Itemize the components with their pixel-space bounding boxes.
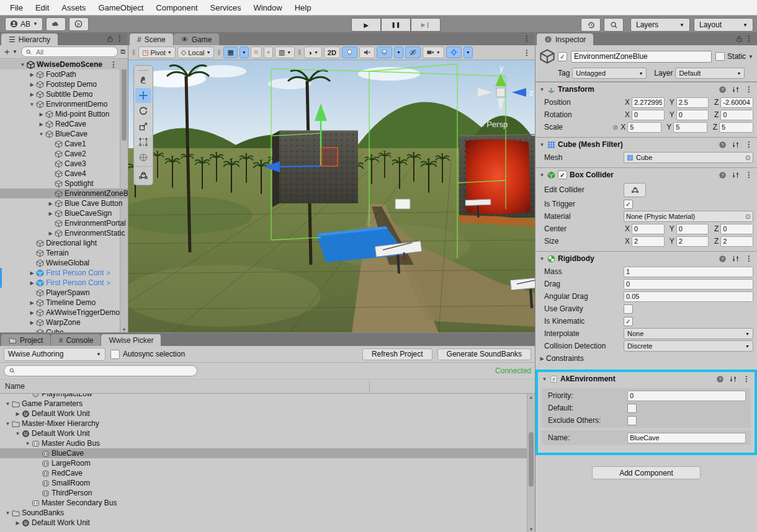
menu-edit[interactable]: Edit xyxy=(29,3,55,12)
tree-row[interactable]: ▶Timeline Demo xyxy=(0,298,128,308)
tree-row[interactable]: ▶FootPath xyxy=(0,69,128,79)
menu-services[interactable]: Services xyxy=(204,3,248,12)
constraints-foldout[interactable]: ▶ xyxy=(538,356,546,361)
presets-icon[interactable] xyxy=(732,255,740,263)
expand-arrow-icon[interactable]: ▶ xyxy=(14,411,22,417)
expand-arrow-icon[interactable]: ▼ xyxy=(37,131,45,137)
expand-arrow-icon[interactable]: ▶ xyxy=(28,320,36,326)
column-divider[interactable] xyxy=(369,381,370,392)
transform-tool[interactable] xyxy=(135,150,151,165)
tree-row[interactable]: ▶EnvironmentStatic xyxy=(0,228,128,238)
tree-row[interactable]: ▶First Person Cont> xyxy=(0,268,128,278)
default-checkbox[interactable] xyxy=(627,404,637,413)
size-y-field[interactable] xyxy=(676,236,709,247)
scrollbar-thumb[interactable] xyxy=(529,432,534,487)
expand-arrow-icon[interactable]: ▼ xyxy=(4,401,12,407)
tree-row[interactable]: PlayerSpawn xyxy=(0,288,128,298)
object-picker-icon[interactable]: ⊙ xyxy=(745,213,751,221)
scene-audio-toggle[interactable] xyxy=(359,47,375,58)
grid-visibility-toggle[interactable]: ▦ xyxy=(223,47,237,58)
expand-arrow-icon[interactable]: ▶ xyxy=(28,280,36,286)
help-icon[interactable] xyxy=(719,141,727,149)
tab-console[interactable]: ≡Console xyxy=(51,334,101,346)
position-z-field[interactable] xyxy=(720,97,753,108)
step-button[interactable]: ▶❙ xyxy=(411,18,441,32)
tree-row[interactable]: Cave3 xyxy=(0,159,128,169)
tree-row[interactable]: EnvironmentZoneBlue xyxy=(0,188,128,198)
edit-collider-button[interactable] xyxy=(624,183,646,197)
grid-dropdown[interactable]: ▼ xyxy=(240,47,249,58)
tree-row[interactable]: Cave2 xyxy=(0,149,128,159)
edit-collider-tool[interactable] xyxy=(135,166,151,183)
rotation-z-field[interactable] xyxy=(720,110,753,120)
expand-arrow-icon[interactable]: ▶ xyxy=(37,122,45,127)
is-trigger-checkbox[interactable]: ✓ xyxy=(624,200,633,209)
kebab-icon[interactable]: ⋮ xyxy=(521,48,532,57)
expand-arrow-icon[interactable]: ▼ xyxy=(24,441,32,446)
expand-arrow-icon[interactable]: ▶ xyxy=(28,82,36,87)
presets-icon[interactable] xyxy=(732,86,740,94)
help-icon[interactable] xyxy=(719,171,727,179)
tree-row[interactable]: Spotlight xyxy=(0,179,128,188)
tree-row[interactable]: ▶Subtitle Demo xyxy=(0,89,128,99)
kebab-icon[interactable]: ⋮ xyxy=(108,60,119,69)
expand-arrow-icon[interactable]: ▼ xyxy=(28,102,36,107)
tree-row[interactable]: ▶First Person Cont> xyxy=(0,278,128,288)
camera-settings-dropdown[interactable]: ▼ xyxy=(423,47,444,58)
tree-row[interactable]: Directional light xyxy=(0,238,128,248)
menu-component[interactable]: Component xyxy=(150,3,204,12)
tree-row[interactable]: ▶Footstep Demo xyxy=(0,79,128,89)
expand-arrow-icon[interactable]: ▶ xyxy=(28,72,36,78)
collision-detection-dropdown[interactable]: Discrete▼ xyxy=(624,340,753,352)
expand-arrow-icon[interactable]: ▶ xyxy=(14,520,22,526)
collab-button[interactable] xyxy=(69,17,89,31)
tree-row[interactable]: ▶BlueCaveSign xyxy=(0,208,128,218)
tree-row[interactable]: ▶Default Work Unit xyxy=(0,409,535,419)
hierarchy-search[interactable] xyxy=(21,47,118,57)
presets-icon[interactable] xyxy=(732,141,740,149)
help-icon[interactable] xyxy=(719,255,727,263)
open-search-window-icon[interactable]: ⧉ xyxy=(120,48,125,56)
tree-row[interactable]: ▼WwiseDemoScene⋮ xyxy=(0,60,128,69)
refresh-project-button[interactable]: Refresh Project xyxy=(362,348,432,360)
tree-row[interactable]: ▼BlueCave xyxy=(0,129,128,139)
scroll-up-icon[interactable]: ▲ xyxy=(528,395,534,399)
expand-arrow-icon[interactable]: ▶ xyxy=(28,270,36,276)
tree-row[interactable]: ▶WarpZone xyxy=(0,317,128,327)
tree-row[interactable]: Cave4 xyxy=(0,169,128,179)
tree-row[interactable]: BlueCave xyxy=(0,448,535,458)
size-x-field[interactable] xyxy=(632,236,665,247)
kebab-icon[interactable]: ⋮ xyxy=(743,34,755,43)
size-z-field[interactable] xyxy=(720,236,753,247)
presets-icon[interactable] xyxy=(729,375,737,383)
scene-lighting-toggle[interactable] xyxy=(342,47,357,58)
center-y-field[interactable] xyxy=(676,224,709,234)
tree-row[interactable]: Terrain xyxy=(0,248,128,258)
kebab-icon[interactable]: ⋮ xyxy=(743,254,755,263)
tree-row[interactable]: ▼Game Parameters xyxy=(0,399,535,409)
tab-hierarchy[interactable]: ☰Hierarchy xyxy=(1,33,58,45)
scene-canvas[interactable]: y z < Persp xyxy=(128,60,535,333)
kebab-icon[interactable]: ⋮ xyxy=(741,375,752,383)
static-checkbox[interactable] xyxy=(715,52,725,61)
expand-arrow-icon[interactable]: ▼ xyxy=(19,62,27,68)
add-component-button[interactable]: Add Component xyxy=(592,466,701,479)
wwise-authoring-dropdown[interactable]: Wwise Authoring▼ xyxy=(4,348,105,361)
local-dropdown[interactable]: ◇Local▼ xyxy=(177,47,215,58)
scale-x-field[interactable] xyxy=(627,122,661,133)
angular-drag-field[interactable] xyxy=(624,291,753,302)
name-column-header[interactable]: Name xyxy=(0,379,535,394)
layout-dropdown[interactable]: Layout▼ xyxy=(694,18,753,32)
boxcollider-header[interactable]: ▼ ✓ Box Collider ⋮ xyxy=(535,168,757,182)
help-icon[interactable] xyxy=(716,375,724,383)
tab-project[interactable]: Project xyxy=(1,334,50,346)
shading-mode-dropdown[interactable]: ◑▼ xyxy=(304,47,322,58)
lock-icon[interactable] xyxy=(735,35,743,43)
tag-dropdown[interactable]: Untagged▼ xyxy=(572,68,647,79)
hand-tool[interactable] xyxy=(135,73,151,87)
kebab-icon[interactable]: ⋮ xyxy=(743,85,755,94)
boxcollider-enabled-checkbox[interactable]: ✓ xyxy=(558,171,567,179)
tree-row[interactable]: ▶AkWwiseTriggerDemo xyxy=(0,308,128,317)
autosync-checkbox[interactable] xyxy=(110,350,120,359)
tree-row[interactable]: ▶Blue Cave Button xyxy=(0,198,128,208)
